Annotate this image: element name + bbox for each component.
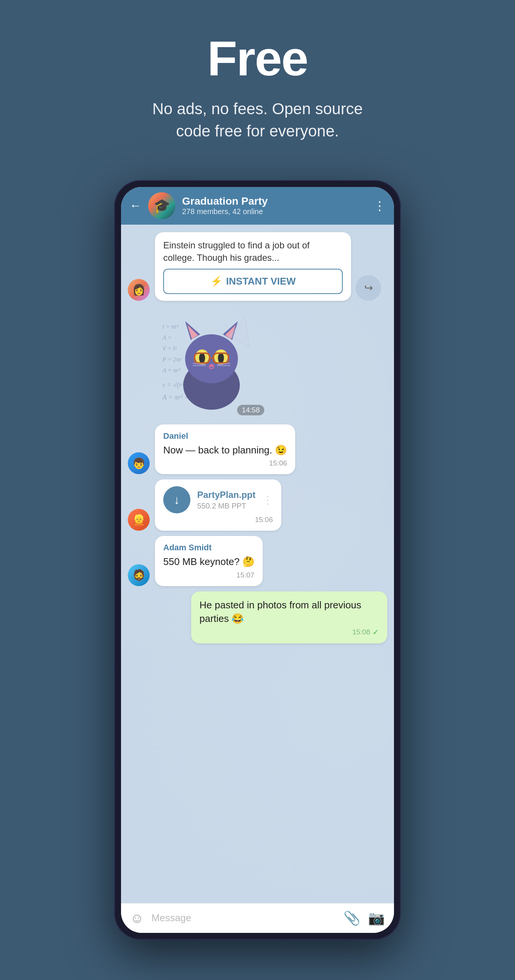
avatar-girl: 👩 [128, 279, 150, 301]
input-bar: ☺ Message 📎 📷 [121, 903, 394, 933]
instant-view-button[interactable]: ⚡ INSTANT VIEW [163, 269, 343, 294]
file-row: ↓ PartyPlan.ppt 550.2 MB PPT ⋮ [163, 486, 273, 513]
article-text: Einstein struggled to find a job out of … [155, 232, 351, 269]
daniel-msg-row: 👦 Daniel Now — back to planning. 😉 15:06 [128, 425, 387, 474]
daniel-name: Daniel [163, 431, 287, 441]
group-info: Graduation Party 278 members, 42 online [182, 195, 367, 216]
instant-view-card: Einstein struggled to find a job out of … [155, 232, 351, 301]
file-msg-row: 👱 ↓ PartyPlan.ppt 550.2 MB PPT ⋮ 15:06 [128, 479, 387, 531]
file-time: 15:06 [163, 515, 273, 524]
back-button[interactable]: ← [129, 199, 141, 213]
adam-name: Adam Smidt [163, 543, 255, 552]
adam-msg-row: 🧔 Adam Smidt 550 MB keynote? 🤔 15:07 [128, 536, 387, 586]
attach-icon[interactable]: 📎 [343, 910, 360, 926]
filename: PartyPlan.ppt [197, 490, 256, 500]
sticker-message: t = πr² A = V = l² P = 2πr A = πr² s = √… [155, 306, 268, 419]
lightning-icon: ⚡ [210, 275, 222, 287]
hero-section: Free No ads, no fees. Open sourcecode fr… [0, 0, 515, 165]
file-info: PartyPlan.ppt 550.2 MB PPT [197, 490, 256, 511]
iv-card-row: 👩 Einstein struggled to find a job out o… [128, 232, 387, 301]
group-name: Graduation Party [182, 195, 367, 207]
group-avatar: 🎓 [148, 192, 175, 220]
chat-body: 👩 Einstein struggled to find a job out o… [121, 224, 394, 903]
phone-outer: ← 🎓 Graduation Party 278 members, 42 onl… [114, 180, 401, 940]
adam-bubble: Adam Smidt 550 MB keynote? 🤔 15:07 [155, 536, 263, 586]
camera-icon[interactable]: 📷 [368, 910, 385, 926]
file-bubble: ↓ PartyPlan.ppt 550.2 MB PPT ⋮ 15:06 [155, 479, 281, 531]
daniel-text: Now — back to planning. 😉 [163, 443, 287, 457]
avatar-adam: 🧔 [128, 564, 150, 586]
filesize: 550.2 MB PPT [197, 502, 256, 511]
chat-header: ← 🎓 Graduation Party 278 members, 42 onl… [121, 187, 394, 224]
instant-view-label: INSTANT VIEW [226, 275, 296, 287]
message-input[interactable]: Message [151, 912, 336, 924]
read-tick: ✓ [373, 628, 379, 636]
adam-text: 550 MB keynote? 🤔 [163, 555, 255, 568]
emoji-icon[interactable]: ☺ [130, 910, 144, 926]
my-msg-row: He pasted in photos from all previous pa… [128, 592, 387, 644]
phone-inner: ← 🎓 Graduation Party 278 members, 42 onl… [121, 187, 394, 933]
my-timestamp: 15:08 [352, 628, 370, 636]
share-button[interactable]: ↪ [356, 275, 381, 301]
svg-point-9 [218, 353, 224, 363]
adam-time: 15:07 [163, 571, 255, 579]
svg-point-8 [199, 353, 205, 363]
svg-point-1 [185, 334, 238, 383]
hero-subtitle: No ads, no fees. Open sourcecode free fo… [15, 98, 500, 143]
avatar-file-sender: 👱 [128, 509, 150, 531]
cat-sticker [155, 306, 268, 419]
download-icon[interactable]: ↓ [163, 486, 190, 513]
sticker-time: 14:58 [237, 405, 264, 415]
daniel-time: 15:06 [163, 459, 287, 468]
more-button[interactable]: ⋮ [374, 199, 386, 213]
svg-point-13 [209, 364, 214, 367]
my-text: He pasted in photos from all previous pa… [199, 598, 379, 626]
file-more-icon[interactable]: ⋮ [262, 494, 273, 506]
my-bubble: He pasted in photos from all previous pa… [191, 592, 387, 644]
phone-mockup: ← 🎓 Graduation Party 278 members, 42 onl… [114, 180, 401, 940]
daniel-bubble: Daniel Now — back to planning. 😉 15:06 [155, 425, 295, 474]
my-time: 15:08 ✓ [199, 628, 379, 636]
hero-title: Free [15, 30, 500, 87]
group-members: 278 members, 42 online [182, 207, 367, 216]
avatar-daniel: 👦 [128, 452, 150, 474]
